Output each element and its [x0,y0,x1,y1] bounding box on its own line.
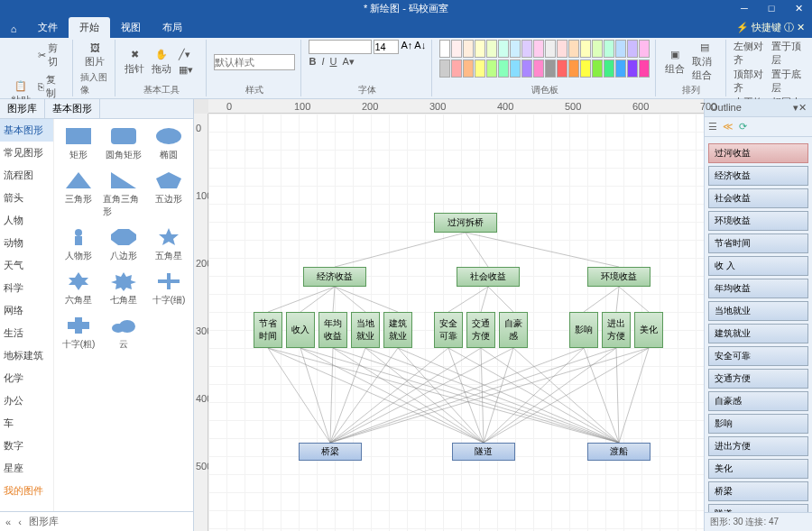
category-item[interactable]: 数字 [0,435,53,457]
collapse-icon[interactable]: « [5,517,11,527]
diagram-node[interactable]: 社会收益 [457,267,520,287]
diagram-node[interactable]: 美化 [634,312,663,348]
underline-button[interactable]: U [329,56,337,68]
minimize-button[interactable]: ─ [731,3,758,14]
palette-row-2[interactable] [439,60,650,78]
group-button[interactable]: ▣组合 [663,47,687,78]
tab-layout[interactable]: 布局 [152,17,193,38]
tab-view[interactable]: 视图 [110,17,152,38]
font-color-button[interactable]: A▾ [342,56,354,68]
category-item[interactable]: 车 [0,412,53,435]
expand-icon[interactable]: ‹ [18,517,22,527]
outline-item[interactable]: 进出方便 [708,436,808,456]
diagram-node[interactable]: 隧道 [452,443,515,461]
copy-button[interactable]: ⎘复制 [36,71,67,102]
category-item[interactable]: 基本图形 [0,119,53,142]
style-select[interactable] [214,54,295,70]
diagram-node[interactable]: 进出方便 [602,312,631,348]
outline-item[interactable]: 社会收益 [708,188,808,208]
outline-item[interactable]: 过河收益 [708,143,808,163]
shape-tri[interactable]: 三角形 [58,170,99,218]
align-top-button[interactable]: 顶部对齐 [734,68,765,95]
category-item[interactable]: 流程图 [0,164,53,187]
shape-star[interactable]: 五角星 [148,227,189,262]
insert-image-button[interactable]: 🖼图片 [83,41,106,70]
outline-item[interactable]: 美化 [708,459,808,479]
shapes-tab-library[interactable]: 图形库 [0,99,45,118]
shape-rect[interactable]: 矩形 [58,126,99,161]
shape-rtri[interactable]: 直角三角形 [103,170,144,218]
shape-star6[interactable]: 六角星 [58,271,99,307]
outline-item[interactable]: 收 入 [708,256,808,276]
diagram-node[interactable]: 桥梁 [299,443,362,461]
shape-person[interactable]: 人物形 [58,227,99,262]
outline-item[interactable]: 安全可靠 [708,346,808,366]
fill-color-button[interactable]: ▦▾ [177,62,200,78]
outline-item[interactable]: 影响 [708,414,808,434]
shape-rrect[interactable]: 圆角矩形 [103,126,144,161]
category-item[interactable]: 我的图件 [0,480,53,502]
font-shrink-button[interactable]: A↓ [414,40,426,54]
diagram-node[interactable]: 建筑就业 [383,312,412,348]
font-size-select[interactable] [374,40,399,54]
diagram-node[interactable]: 经济收益 [303,267,366,287]
line-color-button[interactable]: ╱▾ [177,47,200,62]
outline-close-icon[interactable]: ▾✕ [793,102,807,114]
category-item[interactable]: 科学 [0,277,53,299]
diagram-node[interactable]: 渡船 [587,443,651,461]
diagram-node[interactable]: 过河拆桥 [434,213,497,233]
category-item[interactable]: 办公 [0,389,53,412]
category-item[interactable]: 常见图形 [0,142,53,164]
outline-item[interactable]: 隧道 [708,504,808,512]
maximize-button[interactable]: □ [758,3,785,14]
diagram-node[interactable]: 自豪感 [499,312,528,348]
tab-file[interactable]: 文件 [27,17,69,38]
outline-item[interactable]: 年均收益 [708,279,808,298]
category-item[interactable]: 生活 [0,322,53,344]
outline-item[interactable]: 节省时间 [708,233,808,253]
ungroup-button[interactable]: ▤取消组合 [690,40,720,84]
category-item[interactable]: 箭头 [0,187,53,209]
outline-tree-icon[interactable]: ☰ [708,121,717,133]
category-item[interactable]: 天气 [0,254,53,277]
shape-cloud[interactable]: 云 [103,316,144,351]
palette-row-1[interactable] [439,40,650,58]
diagram-node[interactable]: 收入 [286,312,315,348]
diagram-node[interactable]: 影响 [569,312,598,348]
font-grow-button[interactable]: A↑ [401,40,412,54]
outline-item[interactable]: 经济收益 [708,166,808,186]
category-item[interactable]: 化学 [0,367,53,389]
close-button[interactable]: ✕ [785,3,812,14]
align-left-button[interactable]: 左侧对齐 [734,40,765,67]
outline-share-icon[interactable]: ≪ [723,121,734,133]
send-back-button[interactable]: 置于底层 [771,68,803,95]
outline-item[interactable]: 环境收益 [708,211,808,231]
outline-item[interactable]: 自豪感 [708,391,808,411]
category-item[interactable]: 星座 [0,457,53,480]
italic-button[interactable]: I [321,56,324,68]
tab-start[interactable]: 开始 [69,17,110,38]
shape-cross[interactable]: 十字(细) [148,271,189,307]
shape-star7[interactable]: 七角星 [103,271,144,307]
shape-pent[interactable]: 五边形 [148,170,189,218]
help-shortcut[interactable]: ⚡ 快捷键 ⓘ ✕ [729,17,812,38]
outline-item[interactable]: 建筑就业 [708,324,808,343]
outline-refresh-icon[interactable]: ⟳ [739,121,747,133]
cut-button[interactable]: ✂剪切 [36,40,67,70]
category-item[interactable]: 地标建筑 [0,344,53,367]
diagram-node[interactable]: 安全可靠 [434,312,463,348]
diagram-node[interactable]: 环境收益 [587,267,651,287]
outline-item[interactable]: 桥梁 [708,481,808,501]
pointer-tool[interactable]: ✖指针 [123,47,146,78]
outline-item[interactable]: 当地就业 [708,301,808,321]
diagram-node[interactable]: 节省时间 [254,312,282,348]
home-icon[interactable]: ⌂ [0,20,27,38]
font-family-select[interactable] [309,40,372,54]
bold-button[interactable]: B [309,56,316,68]
shapes-tab-basic[interactable]: 基本图形 [45,99,100,118]
shape-cross2[interactable]: 十字(粗) [58,316,99,351]
bring-front-button[interactable]: 置于顶层 [771,40,803,67]
shape-oct[interactable]: 八边形 [103,227,144,262]
category-item[interactable]: 网络 [0,299,53,322]
diagram-node[interactable]: 当地就业 [351,312,380,348]
